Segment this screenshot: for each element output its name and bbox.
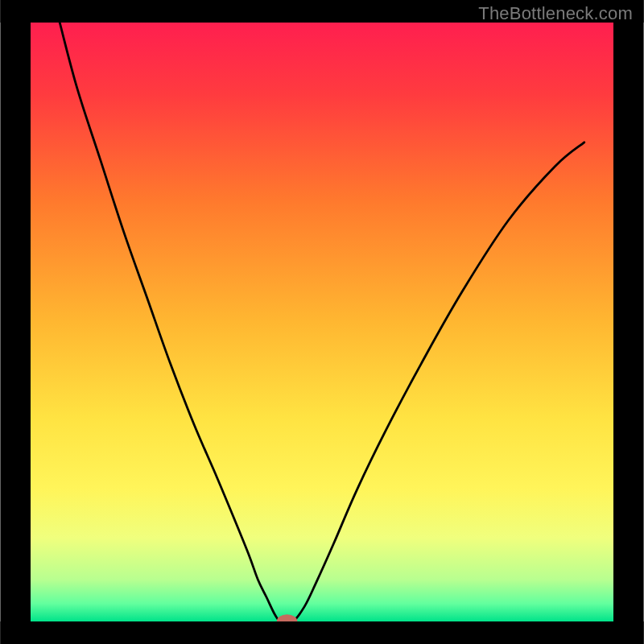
frame-border [613,0,644,644]
chart-container: TheBottleneck.com [0,0,644,644]
frame-border [0,0,31,644]
frame-border [0,621,643,644]
gradient-background [31,23,613,621]
watermark-text: TheBottleneck.com [478,3,633,24]
bottleneck-chart [0,0,644,644]
